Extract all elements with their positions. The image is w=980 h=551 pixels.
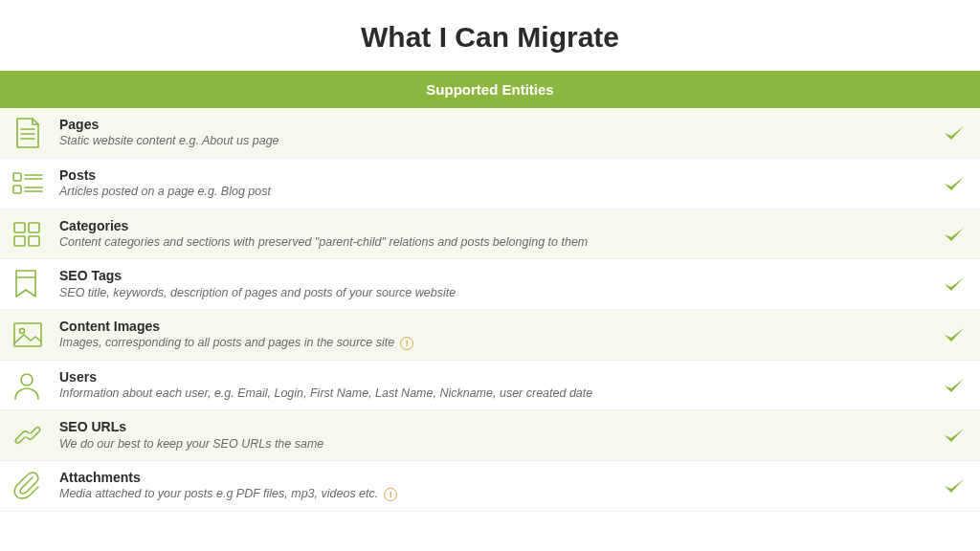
entity-text: PostsArticles posted on a page e.g. Blog… (54, 166, 936, 201)
svg-rect-3 (13, 173, 21, 181)
attachments-icon (11, 470, 54, 502)
entity-text: CategoriesContent categories and section… (54, 217, 936, 252)
entity-description: Media attached to your posts e.g PDF fil… (59, 486, 936, 503)
entity-description: Static website content e.g. About us pag… (59, 133, 936, 150)
supported-check-icon (936, 276, 965, 293)
entity-description-text: Images, corresponding to all posts and p… (59, 335, 394, 352)
entity-row: SEO TagsSEO title, keywords, description… (0, 259, 980, 310)
entity-row: PostsArticles posted on a page e.g. Blog… (0, 159, 980, 209)
entity-description-text: Static website content e.g. About us pag… (59, 133, 279, 150)
page-icon (11, 116, 54, 150)
svg-rect-6 (13, 186, 21, 193)
entity-text: SEO URLsWe do our best to keep your SEO … (54, 418, 936, 452)
entity-text: Content ImagesImages, corresponding to a… (54, 318, 936, 352)
supported-check-icon (936, 226, 965, 243)
entity-text: PagesStatic website content e.g. About u… (54, 116, 936, 150)
entity-text: AttachmentsMedia attached to your posts … (54, 469, 936, 503)
entity-description-text: Information about each user, e.g. Email,… (59, 386, 592, 403)
supported-check-icon (936, 377, 965, 394)
seourls-icon (11, 421, 54, 450)
entity-row: UsersInformation about each user, e.g. E… (0, 361, 980, 411)
users-icon (11, 370, 54, 401)
svg-rect-9 (14, 223, 25, 232)
entity-title: SEO Tags (59, 267, 936, 284)
entity-description: Articles posted on a page e.g. Blog post (59, 184, 936, 201)
entity-description-text: SEO title, keywords, description of page… (59, 285, 456, 302)
svg-point-15 (20, 328, 25, 333)
entity-description-text: Articles posted on a page e.g. Blog post (59, 184, 271, 201)
page-title: What I Can Migrate (0, 0, 980, 71)
entity-description: Images, corresponding to all posts and p… (59, 335, 936, 352)
entity-description-text: We do our best to keep your SEO URLs the… (59, 436, 323, 453)
entity-row: AttachmentsMedia attached to your posts … (0, 461, 980, 512)
entity-row: SEO URLsWe do our best to keep your SEO … (0, 410, 980, 461)
entity-description-text: Content categories and sections with pre… (59, 234, 588, 252)
svg-rect-12 (29, 236, 39, 246)
seotags-icon (11, 268, 54, 300)
entity-title: Attachments (59, 469, 936, 486)
svg-point-16 (21, 374, 33, 386)
entity-title: Pages (59, 116, 936, 133)
entity-text: SEO TagsSEO title, keywords, description… (54, 267, 936, 301)
entity-description: We do our best to keep your SEO URLs the… (59, 436, 936, 453)
supported-check-icon (936, 175, 965, 192)
entity-list: PagesStatic website content e.g. About u… (0, 108, 980, 512)
svg-rect-11 (14, 236, 25, 246)
categories-icon (11, 220, 54, 249)
svg-rect-14 (14, 323, 41, 346)
posts-icon (11, 170, 54, 197)
entity-title: SEO URLs (59, 418, 936, 435)
supported-check-icon (936, 124, 965, 142)
supported-check-icon (936, 326, 965, 343)
entity-title: Categories (59, 217, 936, 234)
supported-check-icon (936, 427, 965, 444)
entity-description: SEO title, keywords, description of page… (59, 285, 936, 302)
supported-entities-header: Supported Entities (0, 71, 980, 108)
entity-description: Content categories and sections with pre… (59, 234, 936, 252)
entity-title: Posts (59, 166, 936, 184)
supported-check-icon (936, 477, 965, 495)
entity-title: Content Images (59, 318, 936, 335)
info-icon[interactable]: ! (384, 488, 397, 501)
entity-row: CategoriesContent categories and section… (0, 209, 980, 260)
info-icon[interactable]: ! (400, 337, 413, 350)
entity-row: Content ImagesImages, corresponding to a… (0, 310, 980, 361)
images-icon (11, 320, 54, 349)
migration-capabilities: What I Can Migrate Supported Entities Pa… (0, 0, 980, 512)
entity-description-text: Media attached to your posts e.g PDF fil… (59, 486, 378, 503)
entity-description: Information about each user, e.g. Email,… (59, 386, 936, 403)
svg-rect-10 (29, 223, 39, 232)
entity-row: PagesStatic website content e.g. About u… (0, 108, 980, 159)
entity-title: Users (59, 368, 936, 386)
entity-text: UsersInformation about each user, e.g. E… (54, 368, 936, 403)
